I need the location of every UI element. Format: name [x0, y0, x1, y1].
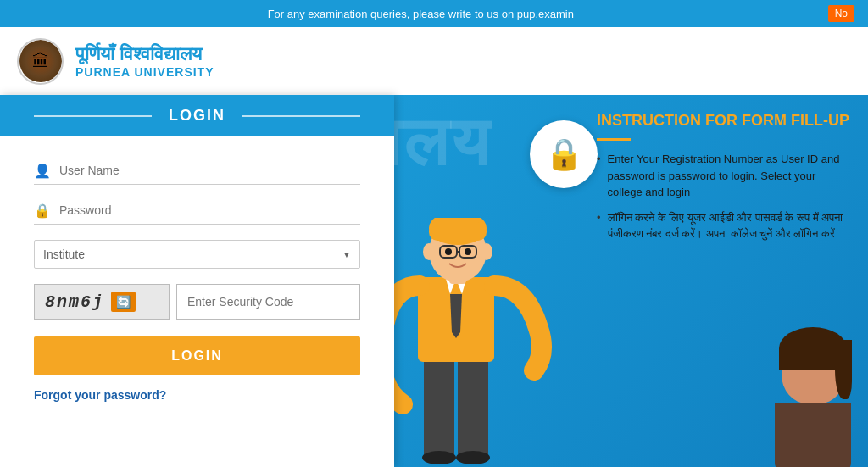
- login-panel: LOGIN 👤 🔒 Institute ▼: [0, 95, 394, 467]
- login-header: LOGIN: [0, 95, 394, 136]
- lock-icon-container: 🔒: [530, 120, 598, 188]
- university-name-english: PURNEA UNIVERSITY: [75, 65, 214, 79]
- instruction-text-1: Enter Your Registration Number as User I…: [608, 151, 851, 201]
- character-svg: [394, 218, 555, 464]
- header-line-left: [34, 115, 152, 117]
- institute-select[interactable]: Institute: [43, 247, 342, 261]
- institute-wrapper: Institute ▼: [34, 240, 360, 269]
- lock-icon: 🔒: [34, 203, 51, 219]
- svg-rect-0: [424, 358, 454, 459]
- university-name-hindi: पूर्णियाँ विश्वविद्यालय: [75, 43, 214, 65]
- instruction-list: • Enter Your Registration Number as User…: [597, 151, 851, 242]
- captcha-input[interactable]: [176, 284, 360, 320]
- svg-marker-7: [450, 294, 462, 338]
- username-input[interactable]: [59, 160, 360, 181]
- login-button[interactable]: LOGIN: [34, 336, 360, 375]
- username-group: 👤: [34, 160, 360, 185]
- username-wrapper: 👤: [34, 160, 360, 185]
- lock-circle: 🔒: [530, 120, 598, 188]
- notify-button[interactable]: No: [828, 5, 854, 22]
- svg-rect-1: [458, 358, 488, 459]
- woman-illustration: [766, 331, 860, 467]
- woman-body: [775, 403, 851, 467]
- character-container: [394, 218, 555, 467]
- top-bar: For any examination queries, please writ…: [0, 0, 868, 27]
- captcha-refresh-button[interactable]: 🔄: [111, 292, 136, 312]
- user-icon: 👤: [34, 163, 51, 179]
- password-group: 🔒: [34, 200, 360, 225]
- svg-point-12: [423, 243, 435, 260]
- instruction-text-2: लॉगिन करने के लिए यूजर आईडी और पासवर्ड क…: [608, 209, 851, 242]
- list-item: • लॉगिन करने के लिए यूजर आईडी और पासवर्ड…: [597, 209, 851, 242]
- captcha-row: 8nm6j 🔄: [34, 284, 360, 320]
- forgot-password-link[interactable]: Forgot your password?: [34, 388, 166, 402]
- instruction-underline: [597, 138, 631, 141]
- university-name-container: पूर्णियाँ विश्वविद्यालय PURNEA UNIVERSIT…: [75, 43, 214, 79]
- login-title: LOGIN: [169, 107, 225, 125]
- svg-point-13: [481, 243, 492, 260]
- captcha-box: 8nm6j 🔄: [34, 284, 170, 320]
- svg-rect-11: [429, 222, 487, 241]
- select-arrow-icon: ▼: [342, 250, 351, 259]
- padlock-icon: 🔒: [545, 136, 583, 172]
- university-logo: [17, 38, 64, 85]
- svg-point-17: [445, 248, 452, 255]
- header-line-right: [242, 115, 360, 117]
- notice-text: For any examination queries, please writ…: [14, 8, 828, 20]
- password-input[interactable]: [59, 200, 360, 220]
- main-area: विश्वविद्यालय LOGIN 👤 🔒 Instit: [0, 95, 868, 467]
- bullet-2: •: [597, 209, 601, 242]
- logo-inner: [19, 40, 62, 82]
- bullet-1: •: [597, 151, 601, 201]
- header: पूर्णियाँ विश्वविद्यालय PURNEA UNIVERSIT…: [0, 27, 868, 95]
- woman-hair-side: [835, 340, 852, 399]
- captcha-value: 8nm6j: [45, 292, 104, 312]
- institute-group: Institute ▼: [34, 240, 360, 269]
- password-wrapper: 🔒: [34, 200, 360, 225]
- svg-point-18: [465, 248, 471, 255]
- instructions-panel: INSTRUCTION FOR FORM FILL-UP • Enter You…: [597, 112, 851, 251]
- woman-head: [782, 331, 845, 403]
- instruction-title: INSTRUCTION FOR FORM FILL-UP: [597, 112, 851, 130]
- list-item: • Enter Your Registration Number as User…: [597, 151, 851, 201]
